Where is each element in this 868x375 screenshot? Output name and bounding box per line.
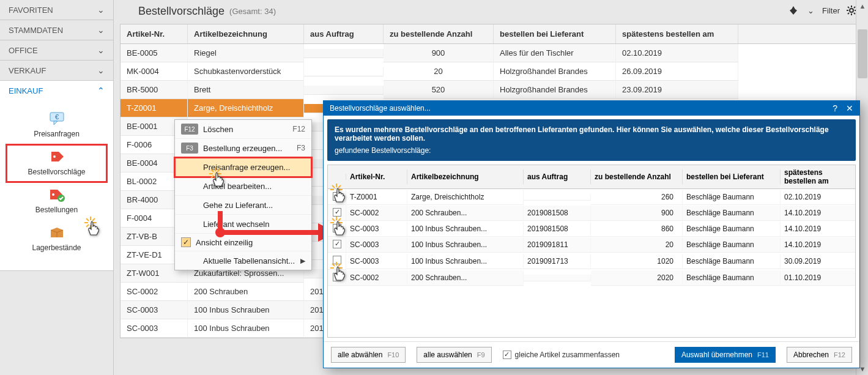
context-menu-item[interactable]: F3Bestellung erzeugen...F3	[175, 139, 311, 158]
pin-icon[interactable]	[788, 5, 799, 16]
dialog-table-row[interactable]: SC-0002200 Schrauben...2019081508900Besc…	[328, 205, 855, 221]
context-menu-item[interactable]: Lieferant wechseln	[175, 215, 311, 234]
sidebar-item-bestellvorschlaege[interactable]: Bestellvorschläge	[6, 144, 107, 182]
cell	[304, 67, 384, 76]
deselect-all-button[interactable]: alle abwählen F10	[331, 347, 406, 363]
dialog-table-row[interactable]: T-Z0001Zarge, Dreischichtholz260Beschläg…	[328, 189, 855, 205]
dialog-table-row[interactable]: SC-0003100 Inbus Schrauben...20190918112…	[328, 237, 855, 253]
shortcut-label: F3	[297, 144, 305, 152]
cell: Beschläge Baumann	[683, 190, 781, 205]
col-header[interactable]: zu bestellende Anzahl	[384, 24, 494, 43]
help-icon[interactable]: ?	[833, 103, 837, 113]
shortcut-box	[181, 218, 198, 229]
context-menu-item[interactable]: Preisanfrage erzeugen...	[175, 158, 311, 177]
svg-line-13	[848, 13, 849, 14]
cell: 860	[591, 221, 683, 237]
col-header[interactable]: Artikel-Nr.	[121, 24, 188, 43]
cell: 200 Schrauben	[188, 283, 304, 301]
cell: SC-0002	[346, 270, 407, 286]
cell: 100 Inbus Schrauben...	[407, 221, 524, 237]
row-checkbox[interactable]	[333, 273, 341, 281]
col-header[interactable]: zu bestellende Anzahl	[591, 169, 683, 184]
cell	[304, 86, 384, 95]
sidebar-item-bestellungen[interactable]: Bestellungen	[0, 182, 113, 220]
merge-same-checkbox[interactable]: gleiche Artikel zusammenfassen	[503, 351, 620, 359]
sidebar-section-einkauf[interactable]: EINKAUF⌃	[0, 81, 113, 100]
svg-text:€: €	[54, 113, 58, 121]
chevron-down-icon: ⌄	[97, 65, 105, 75]
col-header[interactable]: Artikelbezeichnung	[407, 169, 524, 184]
row-checkbox[interactable]	[333, 224, 341, 232]
table-row[interactable]: MK-0004Schubkastenvorderstück20Holzgroßh…	[121, 62, 867, 81]
col-header[interactable]: spätestens bestellen am	[616, 24, 738, 43]
col-header[interactable]: bestellen bei Lieferant	[494, 24, 616, 43]
menu-label: Ansicht einzeilig	[196, 238, 253, 247]
cell: SC-0002	[346, 206, 407, 221]
table-row[interactable]: BR-5000Brett520Holzgroßhandel Brandes23.…	[121, 81, 867, 99]
dialog-table-row[interactable]: SC-0002200 Schrauben...2020Beschläge Bau…	[328, 270, 855, 286]
cancel-button[interactable]: Abbrechen F12	[787, 347, 852, 363]
col-header[interactable]: spätestens bestellen am	[781, 165, 856, 188]
menu-label: Bestellung erzeugen...	[203, 144, 282, 153]
accept-button[interactable]: Auswahl übernehmen F11	[675, 347, 776, 363]
row-checkbox[interactable]	[333, 192, 341, 201]
sidebar-section-favoriten[interactable]: FAVORITEN⌄	[0, 0, 113, 20]
col-header[interactable]: aus Auftrag	[304, 24, 384, 43]
cell: SC-0003	[121, 301, 188, 319]
row-checkbox[interactable]	[333, 208, 341, 217]
scrollbar-thumb[interactable]	[858, 29, 867, 78]
select-all-button[interactable]: alle auswählen F9	[417, 347, 491, 363]
cell: SC-0003	[346, 254, 407, 269]
cell: 20	[591, 237, 683, 253]
selection-dialog: Bestellvorschläge auswählen... ? ✕ Es wu…	[323, 100, 860, 368]
filter-link[interactable]: Filter	[822, 6, 840, 15]
close-icon[interactable]: ✕	[846, 103, 853, 113]
dialog-table: Artikel-Nr. Artikelbezeichnung aus Auftr…	[327, 165, 856, 338]
dialog-table-row[interactable]: SC-0003100 Inbus Schrauben...20190917131…	[328, 253, 855, 270]
col-header[interactable]: Artikel-Nr.	[346, 169, 407, 184]
shortcut-box: F3	[181, 143, 198, 154]
sidebar-body-einkauf: € Preisanfragen Bestellvorschläge Bestel…	[0, 100, 113, 270]
shortcut-box	[181, 180, 198, 191]
dialog-titlebar[interactable]: Bestellvorschläge auswählen... ? ✕	[324, 101, 859, 116]
col-header[interactable]: bestellen bei Lieferant	[683, 169, 781, 184]
cell: SC-0003	[121, 319, 188, 338]
cell: 1020	[591, 254, 683, 269]
svg-point-3	[52, 193, 54, 196]
col-header[interactable]: aus Auftrag	[524, 169, 591, 184]
cell	[304, 49, 384, 58]
cell	[524, 194, 591, 201]
cell: 14.10.2019	[781, 206, 856, 221]
dialog-info-panel: Es wurden mehrere Bestellvorschläge an d…	[327, 119, 856, 161]
svg-line-12	[854, 7, 855, 8]
sidebar-section-verkauf[interactable]: VERKAUF⌄	[0, 61, 113, 80]
row-checkbox[interactable]	[333, 256, 341, 264]
cell: 30.09.2019	[781, 254, 856, 269]
cell: 14.10.2019	[781, 237, 856, 253]
sidebar-item-label: Lagerbestände	[32, 243, 81, 252]
menu-label: Gehe zu Lieferant...	[203, 201, 273, 210]
sidebar-section-stammdaten[interactable]: STAMMDATEN⌄	[0, 20, 113, 40]
context-menu-item[interactable]: Aktuelle Tabellenansicht...▶	[175, 251, 311, 270]
cell: 200 Schrauben...	[407, 270, 524, 286]
row-checkbox[interactable]	[333, 240, 341, 248]
shortcut-label: F12	[292, 125, 305, 133]
context-menu-item[interactable]: Gehe zu Lieferant...	[175, 196, 311, 215]
chevron-down-icon: ⌄	[97, 45, 105, 55]
sidebar-item-label: Bestellungen	[35, 206, 78, 214]
cell: 2019081508	[524, 221, 591, 237]
sidebar-section-office[interactable]: OFFICE⌄	[0, 40, 113, 60]
dropdown-icon[interactable]: ⌄	[805, 5, 816, 16]
cell: Beschläge Baumann	[683, 254, 781, 269]
context-menu-item[interactable]: ✓Ansicht einzeilig	[175, 234, 311, 251]
scroll-up-icon[interactable]: ▲	[856, 0, 868, 12]
dialog-table-row[interactable]: SC-0003100 Inbus Schrauben...20190815088…	[328, 221, 855, 237]
menu-label: Preisanfrage erzeugen...	[203, 163, 290, 172]
context-menu-item[interactable]: F12LöschenF12	[175, 120, 311, 139]
cell: SC-0002	[121, 283, 188, 301]
context-menu-item[interactable]: Artikel bearbeiten...	[175, 177, 311, 196]
sidebar-item-lagerbestaende[interactable]: Lagerbestände	[0, 220, 113, 258]
sidebar-item-preisanfragen[interactable]: € Preisanfragen	[0, 106, 113, 144]
col-header[interactable]: Artikelbezeichnung	[188, 24, 304, 43]
table-row[interactable]: BE-0005Riegel900Alles für den Tischler02…	[121, 44, 867, 62]
